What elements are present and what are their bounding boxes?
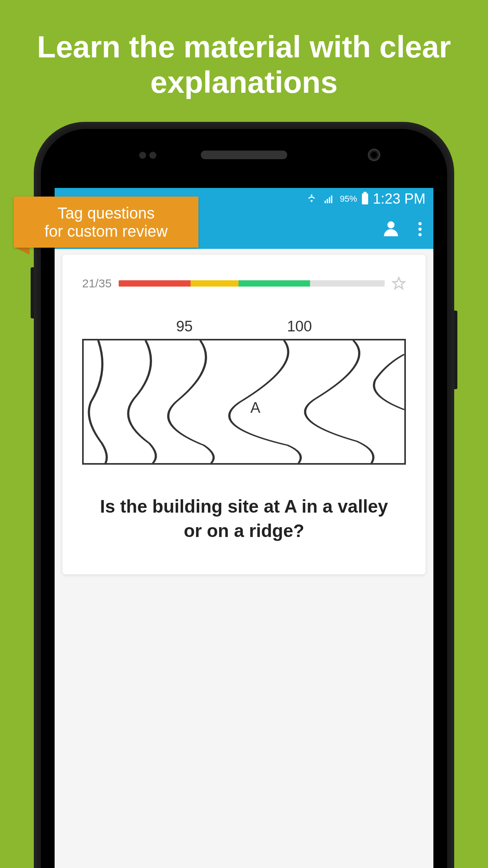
battery-icon	[362, 193, 368, 204]
callout-tail	[14, 247, 29, 255]
battery-percent: 95%	[340, 194, 357, 204]
progress-segment-yellow	[191, 280, 238, 287]
phone-screen: 95% 1:23 PM	[55, 188, 433, 868]
contour-label-left: 95	[176, 318, 193, 335]
favorite-star-icon[interactable]	[392, 276, 406, 291]
phone-side-button-right	[454, 311, 457, 389]
progress-segment-green	[238, 280, 310, 287]
diagram-marker-a: A	[250, 399, 260, 416]
diagram-labels-row: 95 100	[82, 318, 406, 335]
svg-rect-2	[329, 197, 330, 203]
callout-line1: Tag questions	[58, 204, 155, 222]
callout-banner: Tag questions for custom review	[14, 197, 198, 248]
phone-camera	[368, 149, 380, 161]
progress-row: 21/35	[82, 276, 406, 291]
wifi-icon	[305, 194, 318, 204]
callout-line2: for custom review	[44, 222, 167, 240]
content-area: 21/35	[55, 249, 433, 580]
progress-segment-remaining	[310, 280, 385, 287]
question-text: Is the building site at A in a valley or…	[82, 494, 406, 543]
progress-bar	[119, 280, 385, 287]
svg-rect-1	[327, 199, 328, 203]
marketing-headline: Learn the material with clear explanatio…	[0, 0, 488, 100]
phone-speaker	[201, 151, 287, 159]
progress-segment-red	[119, 280, 191, 287]
contour-label-right: 100	[287, 318, 312, 335]
phone-side-button-left	[31, 267, 34, 318]
status-time: 1:23 PM	[373, 191, 426, 207]
svg-rect-0	[325, 200, 326, 203]
question-card: 21/35	[62, 255, 426, 574]
signal-icon	[323, 194, 335, 204]
phone-sensors	[139, 152, 156, 159]
user-icon[interactable]	[383, 221, 399, 237]
contour-diagram: A	[82, 339, 406, 465]
overflow-menu-icon[interactable]	[418, 222, 422, 236]
svg-rect-3	[331, 195, 332, 203]
progress-counter: 21/35	[82, 277, 112, 290]
